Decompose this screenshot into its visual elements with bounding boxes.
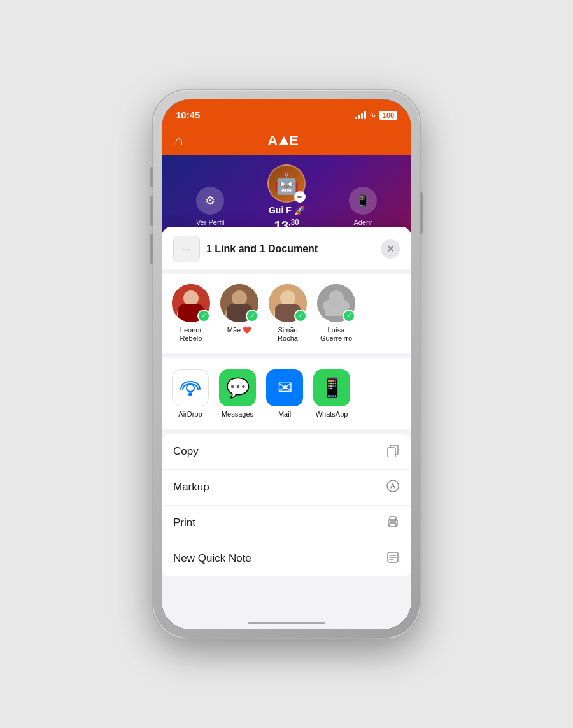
share-header: - - -- - -- - 1 Link and 1 Document ✕ xyxy=(162,227,411,269)
markup-svg xyxy=(386,479,400,493)
ver-perfil-label: Ver Perfil xyxy=(196,218,225,226)
phone-icon: 📱 xyxy=(349,187,377,215)
print-svg xyxy=(386,515,400,529)
action-print[interactable]: Print xyxy=(162,506,411,541)
battery-indicator: 100 xyxy=(379,111,397,120)
copy-icon xyxy=(386,443,400,460)
app-mail[interactable]: ✉ Mail xyxy=(266,369,303,418)
contacts-scroll: ✓ LeonorRebelo xyxy=(162,282,411,345)
wifi-icon: ∿ xyxy=(369,110,376,120)
whatsapp-badge-luisa: ✓ xyxy=(343,310,355,322)
print-label: Print xyxy=(173,517,195,529)
svg-point-21 xyxy=(387,480,399,492)
close-button[interactable]: ✕ xyxy=(381,239,400,259)
status-bar: 10:45 ∿ 100 xyxy=(162,99,411,127)
action-quick-note[interactable]: New Quick Note xyxy=(162,541,411,576)
phone-frame: 10:45 ∿ 100 ⌂ AE xyxy=(153,90,420,638)
whatsapp-label: WhatsApp xyxy=(316,410,348,418)
screen: 10:45 ∿ 100 ⌂ AE xyxy=(162,99,411,629)
quick-note-icon xyxy=(386,550,400,567)
airdrop-svg xyxy=(179,376,202,399)
share-sheet: - - -- - -- - 1 Link and 1 Document ✕ xyxy=(162,227,411,629)
svg-point-9 xyxy=(280,290,295,306)
mail-label: Mail xyxy=(278,410,291,418)
profile-name: Gui F 🚀 xyxy=(269,205,305,215)
svg-point-1 xyxy=(183,290,199,306)
home-icon[interactable]: ⌂ xyxy=(174,132,183,149)
contacts-section: ✓ LeonorRebelo xyxy=(162,274,411,353)
avatar-emoji: 🤖 xyxy=(274,173,299,194)
share-preview: - - -- - -- - 1 Link and 1 Document xyxy=(173,236,318,262)
markup-label: Markup xyxy=(173,481,209,494)
app-airdrop[interactable]: AirDrop xyxy=(172,369,209,418)
messages-label: Messages xyxy=(222,410,253,418)
edit-badge: ✏ xyxy=(294,191,306,203)
share-thumbnail: - - -- - -- - xyxy=(173,236,200,262)
svg-rect-24 xyxy=(390,523,396,527)
app-whatsapp[interactable]: 📱 WhatsApp xyxy=(313,369,350,418)
settings-icon: ⚙ xyxy=(196,187,224,215)
home-indicator xyxy=(248,622,325,624)
balance-decimal: ,30 xyxy=(288,218,299,227)
aderir-label: Aderir xyxy=(353,218,372,226)
contact-avatar-simao: ✓ xyxy=(269,284,307,322)
apps-scroll: AirDrop 💬 Messages ✉ Mail 📱 Whats xyxy=(162,367,411,420)
whatsapp-icon: 📱 xyxy=(313,369,350,406)
quick-note-svg xyxy=(386,550,400,564)
svg-rect-20 xyxy=(388,448,395,457)
share-title: 1 Link and 1 Document xyxy=(206,243,318,255)
copy-label: Copy xyxy=(173,445,199,458)
svg-point-25 xyxy=(390,522,391,523)
mail-icon: ✉ xyxy=(266,369,303,406)
action-copy[interactable]: Copy xyxy=(162,434,411,470)
contact-avatar-leonor: ✓ xyxy=(172,284,210,322)
contact-name-luisa: LuísaGuerreirro xyxy=(320,326,352,343)
action-markup[interactable]: Markup xyxy=(162,470,411,506)
svg-point-18 xyxy=(188,392,192,396)
app-header: ⌂ AE xyxy=(162,127,411,155)
avatar-container: 🤖 ✏ xyxy=(267,164,306,203)
status-time: 10:45 xyxy=(176,110,200,120)
svg-rect-23 xyxy=(390,517,396,521)
contact-mae[interactable]: ✓ Mãe ❤️ xyxy=(220,284,258,343)
whatsapp-badge-simao: ✓ xyxy=(294,310,307,322)
aderir-option[interactable]: 📱 Aderir xyxy=(349,187,377,226)
airdrop-icon xyxy=(172,369,209,406)
contact-luisa[interactable]: ✓ LuísaGuerreirro xyxy=(317,284,355,343)
app-logo: AE xyxy=(267,132,300,149)
signal-icon xyxy=(355,111,366,119)
status-icons: ∿ 100 xyxy=(355,110,397,120)
markup-icon xyxy=(386,479,400,496)
apps-section: AirDrop 💬 Messages ✉ Mail 📱 Whats xyxy=(162,358,411,429)
ver-perfil-option[interactable]: ⚙ Ver Perfil xyxy=(196,187,225,226)
messages-icon: 💬 xyxy=(219,369,256,406)
quick-note-label: New Quick Note xyxy=(173,552,251,565)
contact-simao[interactable]: ✓ SimãoRocha xyxy=(269,284,307,343)
contact-avatar-mae: ✓ xyxy=(220,284,258,322)
contact-leonor[interactable]: ✓ LeonorRebelo xyxy=(172,284,210,343)
contact-avatar-luisa: ✓ xyxy=(317,284,355,322)
contact-name-mae: Mãe ❤️ xyxy=(227,326,251,334)
whatsapp-badge-mae: ✓ xyxy=(246,310,258,322)
whatsapp-badge-leonor: ✓ xyxy=(197,310,210,322)
svg-point-17 xyxy=(187,384,194,392)
airdrop-label: AirDrop xyxy=(178,410,202,418)
svg-point-5 xyxy=(232,290,247,306)
actions-section: Copy Markup xyxy=(162,434,411,576)
copy-svg xyxy=(386,443,400,457)
app-messages[interactable]: 💬 Messages xyxy=(219,369,256,418)
contact-name-leonor: LeonorRebelo xyxy=(180,326,202,343)
contact-name-simao: SimãoRocha xyxy=(278,326,298,343)
print-icon xyxy=(386,515,400,532)
